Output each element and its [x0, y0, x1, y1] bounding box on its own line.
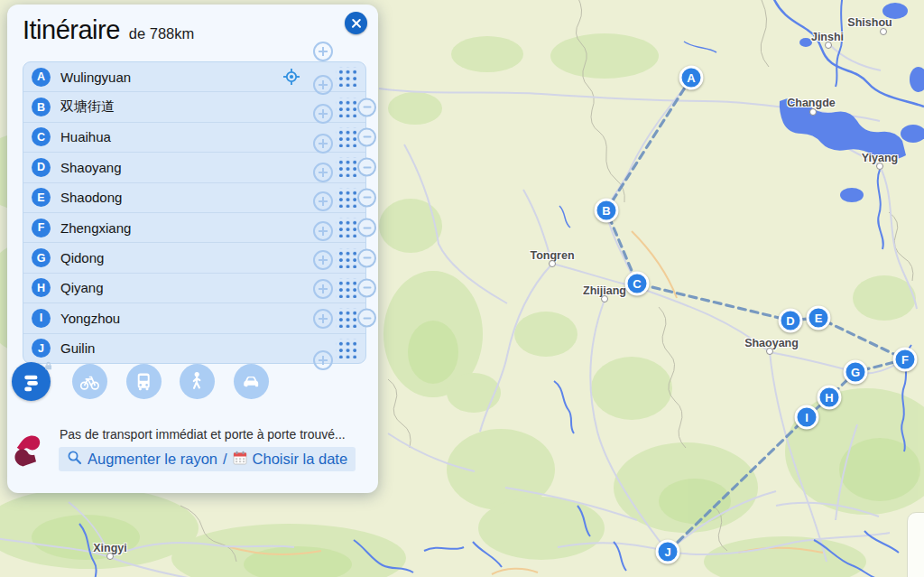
stop-letter-badge: B: [32, 98, 51, 116]
app-logo: [14, 434, 44, 470]
remove-stop-button[interactable]: [357, 309, 376, 328]
remove-stop-button[interactable]: [357, 219, 376, 237]
route-distance: de 788km: [129, 25, 194, 42]
map-marker-d[interactable]: D: [779, 309, 803, 333]
map-marker-j[interactable]: J: [656, 540, 680, 564]
panel-title: Itinéraire: [23, 15, 120, 45]
insert-stop-button[interactable]: [313, 221, 333, 241]
insert-stop-button[interactable]: [313, 309, 333, 329]
mode-walk-button[interactable]: [180, 364, 215, 399]
map-marker-b[interactable]: B: [595, 199, 619, 223]
map-marker-i[interactable]: I: [795, 405, 819, 430]
map-city-label: Changde: [787, 97, 835, 109]
map-city-dot: [825, 42, 832, 49]
augment-radius-link[interactable]: Augmenter le rayon: [88, 451, 217, 468]
lock-icon: [43, 359, 54, 371]
remove-stop-button[interactable]: [357, 278, 376, 297]
remove-stop-button[interactable]: [357, 248, 376, 267]
map-city-dot: [766, 348, 773, 355]
drag-handle-icon[interactable]: [336, 67, 356, 87]
multimodal-route-icon: [16, 367, 47, 397]
stop-letter-badge: H: [32, 278, 51, 297]
map-marker-a[interactable]: A: [679, 66, 704, 90]
map-canvas[interactable]: ShishouJinshiChangdeYiyangTongrenZhijian…: [0, 0, 924, 577]
drag-handle-icon[interactable]: [336, 157, 356, 177]
magnifier-icon: [67, 450, 82, 469]
map-city-dot: [876, 163, 883, 170]
stop-letter-badge: J: [32, 339, 51, 358]
map-city-dot: [549, 260, 556, 267]
insert-stop-button[interactable]: [313, 191, 333, 211]
drag-handle-icon[interactable]: [336, 218, 356, 237]
insert-stop-button[interactable]: [313, 163, 333, 182]
action-bar[interactable]: Augmenter le rayon / Choisir la date: [59, 447, 356, 471]
drag-handle-icon[interactable]: [336, 339, 356, 358]
drag-handle-icon[interactable]: [336, 278, 356, 298]
mode-car-button[interactable]: [234, 364, 269, 399]
insert-stop-button[interactable]: [313, 250, 333, 270]
drag-handle-icon[interactable]: [336, 98, 356, 117]
insert-stop-button[interactable]: [313, 350, 333, 370]
action-separator: /: [223, 451, 227, 468]
map-city-dot: [601, 295, 608, 302]
mode-bus-button[interactable]: [126, 364, 162, 399]
map-marker-e[interactable]: E: [807, 306, 831, 330]
insert-stop-button[interactable]: [313, 42, 333, 61]
close-button[interactable]: [345, 12, 367, 34]
bus-icon: [130, 368, 157, 395]
map-marker-g[interactable]: G: [844, 360, 868, 385]
drag-handle-icon[interactable]: [336, 308, 356, 328]
remove-stop-button[interactable]: [357, 158, 376, 177]
calendar-icon: [233, 451, 247, 469]
map-city-dot: [106, 553, 114, 560]
stop-letter-badge: E: [32, 188, 51, 207]
stop-letter-badge: F: [32, 219, 51, 237]
map-control-partial: [907, 512, 924, 577]
stop-letter-badge: I: [32, 309, 51, 328]
map-city-dot: [880, 28, 887, 35]
drag-handle-icon[interactable]: [336, 248, 356, 268]
locate-icon[interactable]: [282, 68, 300, 86]
car-icon: [237, 368, 264, 395]
panel-header: Itinéraire de 788km: [23, 15, 194, 45]
bike-icon: [76, 368, 103, 395]
itinerary-panel: Itinéraire de 788km A Wulingyuan B 双塘街道: [7, 5, 378, 493]
drag-handle-icon[interactable]: [336, 188, 356, 208]
mode-multimodal-button[interactable]: [12, 362, 51, 401]
choose-date-link[interactable]: Choisir la date: [253, 451, 347, 468]
drag-handle-icon[interactable]: [336, 127, 356, 147]
notice-text: Pas de transport immédiat et porte à por…: [60, 427, 371, 442]
remove-stop-button[interactable]: [357, 98, 376, 116]
stop-letter-badge: A: [32, 68, 51, 87]
stop-letter-badge: G: [32, 248, 51, 267]
map-city-label: Shishou: [847, 16, 892, 29]
remove-stop-button[interactable]: [357, 188, 376, 207]
map-marker-f[interactable]: F: [893, 348, 918, 372]
insert-stop-button[interactable]: [313, 75, 333, 95]
map-marker-h[interactable]: H: [818, 386, 842, 410]
stop-letter-badge: D: [32, 158, 51, 177]
insert-stop-button[interactable]: [313, 279, 333, 299]
map-city-dot: [809, 108, 817, 116]
insert-stop-button[interactable]: [313, 134, 333, 154]
mode-bike-button[interactable]: [72, 364, 107, 399]
insert-stop-button[interactable]: [313, 104, 333, 124]
stop-letter-badge: C: [32, 127, 51, 146]
map-marker-c[interactable]: C: [625, 272, 650, 296]
remove-stop-button[interactable]: [357, 127, 376, 146]
walk-icon: [183, 368, 210, 395]
